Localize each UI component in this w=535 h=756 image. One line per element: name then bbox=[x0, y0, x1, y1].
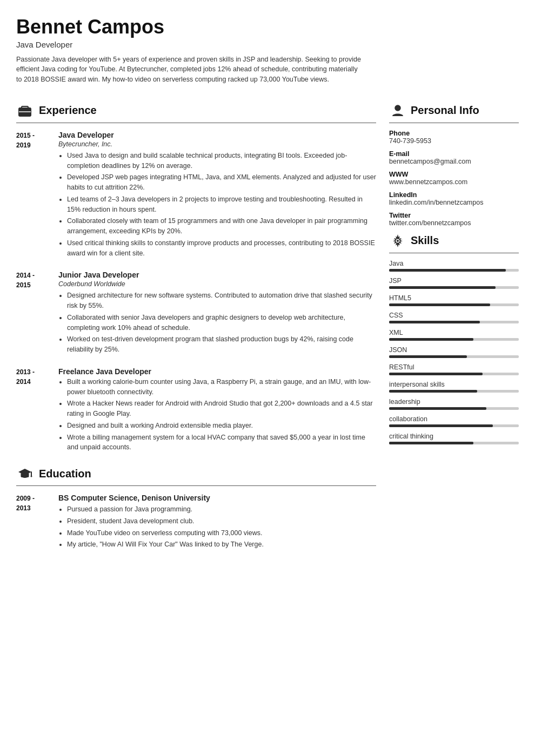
candidate-title: Java Developer bbox=[16, 40, 519, 49]
edu-bullets: Pursued a passion for Java programming.P… bbox=[58, 504, 264, 550]
skill-bar-fill bbox=[389, 407, 486, 410]
edu-title: BS Computer Science, Denison University bbox=[58, 494, 264, 502]
info-item: LinkedIn linkedin.com/in/bennetzcampos bbox=[389, 191, 519, 206]
skill-bar-background bbox=[389, 321, 519, 323]
edu-date: 2009 -2013 bbox=[16, 494, 50, 551]
skill-bar-fill bbox=[389, 390, 477, 393]
personal-info-section-header: Personal Info bbox=[389, 102, 519, 123]
skill-bar-background bbox=[389, 407, 519, 410]
skill-item: critical thinking bbox=[389, 433, 519, 444]
info-label: Phone bbox=[389, 130, 519, 137]
skill-item: HTML5 bbox=[389, 294, 519, 306]
skill-bar-background bbox=[389, 286, 519, 289]
bullet: Designed and built a working Android ext… bbox=[67, 421, 376, 431]
bullet: Led teams of 2–3 Java developers in 2 pr… bbox=[67, 194, 376, 215]
skill-name: JSP bbox=[389, 277, 519, 285]
info-value: bennetcampos@gmail.com bbox=[389, 158, 519, 165]
skill-bar-background bbox=[389, 424, 519, 427]
bullet: Collaborated with senior Java developers… bbox=[67, 313, 376, 333]
bullet: Developed JSP web pages integrating HTML… bbox=[67, 172, 376, 193]
info-value: 740-739-5953 bbox=[389, 137, 519, 145]
svg-point-11 bbox=[397, 240, 399, 242]
info-item: E-mail bennetcampos@gmail.com bbox=[389, 150, 519, 165]
exp-bullets: Built a working calorie-burn counter usi… bbox=[58, 377, 376, 453]
info-item: Phone 740-739-5953 bbox=[389, 130, 519, 145]
experience-list: 2015 -2019 Java Developer Bytecruncher, … bbox=[16, 131, 376, 454]
info-label: E-mail bbox=[389, 150, 519, 158]
skill-name: interpersonal skills bbox=[389, 381, 519, 388]
experience-icon bbox=[16, 102, 34, 119]
experience-item: 2014 -2015 Junior Java Developer Coderbu… bbox=[16, 271, 376, 356]
info-item: Twitter twitter.com/bennetzcampos bbox=[389, 212, 519, 227]
skill-item: CSS bbox=[389, 312, 519, 323]
skill-bar-fill bbox=[389, 303, 490, 306]
info-value: linkedin.com/in/bennetzcampos bbox=[389, 199, 519, 206]
skill-bar-background bbox=[389, 355, 519, 358]
exp-content: Java Developer Bytecruncher, Inc. Used J… bbox=[58, 131, 376, 260]
skill-name: HTML5 bbox=[389, 294, 519, 302]
skill-bar-background bbox=[389, 442, 519, 444]
skill-item: leadership bbox=[389, 398, 519, 410]
skill-bar-fill bbox=[389, 373, 483, 375]
personal-info-list: Phone 740-739-5953 E-mail bennetcampos@g… bbox=[389, 130, 519, 227]
skills-heading: Skills bbox=[411, 234, 439, 247]
skill-item: collaboration bbox=[389, 415, 519, 427]
bullet: Collaborated closely with team of 15 pro… bbox=[67, 216, 376, 237]
edu-content: BS Computer Science, Denison University … bbox=[58, 494, 264, 551]
skill-item: RESTful bbox=[389, 363, 519, 375]
bullet: My article, "How AI Will Fix Your Car" W… bbox=[67, 539, 264, 550]
skills-list: Java JSP HTML5 CSS XML JSON bbox=[389, 260, 519, 444]
resume-page: Bennet Campos Java Developer Passionate … bbox=[0, 0, 535, 576]
bullet: Used Java to design and build scalable t… bbox=[67, 151, 376, 171]
skill-bar-fill bbox=[389, 338, 473, 341]
company: Coderbund Worldwide bbox=[58, 280, 376, 288]
skills-icon bbox=[389, 232, 406, 249]
skill-bar-background bbox=[389, 338, 519, 341]
skill-item: JSON bbox=[389, 346, 519, 358]
skill-name: Java bbox=[389, 260, 519, 267]
skill-bar-fill bbox=[389, 286, 496, 289]
exp-content: Freelance Java Developer Built a working… bbox=[58, 367, 376, 454]
info-label: Twitter bbox=[389, 212, 519, 219]
header: Bennet Campos Java Developer Passionate … bbox=[16, 16, 519, 85]
exp-bullets: Designed architecture for new software s… bbox=[58, 291, 376, 355]
skill-bar-fill bbox=[389, 269, 506, 272]
exp-content: Junior Java Developer Coderbund Worldwid… bbox=[58, 271, 376, 356]
exp-title: Junior Java Developer bbox=[58, 271, 376, 279]
exp-date: 2015 -2019 bbox=[16, 131, 50, 260]
bullet: President, student Java development club… bbox=[67, 516, 264, 526]
skill-name: RESTful bbox=[389, 363, 519, 371]
right-column: Personal Info Phone 740-739-5953 E-mail … bbox=[389, 98, 519, 560]
bullet: Used critical thinking skills to constan… bbox=[67, 238, 376, 259]
bullet: Wrote a billing management system for a … bbox=[67, 433, 376, 453]
exp-date: 2014 -2015 bbox=[16, 271, 50, 356]
skill-bar-fill bbox=[389, 355, 467, 358]
info-item: WWW www.bennetzcampos.com bbox=[389, 171, 519, 186]
exp-date: 2013 -2014 bbox=[16, 367, 50, 454]
bullet: Built a working calorie-burn counter usi… bbox=[67, 377, 376, 397]
skill-name: collaboration bbox=[389, 415, 519, 423]
education-list: 2009 -2013 BS Computer Science, Denison … bbox=[16, 494, 376, 551]
exp-bullets: Used Java to design and build scalable t… bbox=[58, 151, 376, 259]
education-section-header: Education bbox=[16, 465, 376, 486]
skill-bar-background bbox=[389, 303, 519, 306]
personal-info-icon bbox=[389, 102, 406, 119]
bullet: Pursued a passion for Java programming. bbox=[67, 504, 264, 515]
personal-info-heading: Personal Info bbox=[411, 104, 479, 117]
skill-name: CSS bbox=[389, 312, 519, 319]
info-label: WWW bbox=[389, 171, 519, 178]
education-icon bbox=[16, 465, 34, 482]
skill-bar-background bbox=[389, 390, 519, 393]
skill-bar-fill bbox=[389, 442, 473, 444]
bullet: Made YouTube video on serverless computi… bbox=[67, 528, 264, 538]
skill-bar-background bbox=[389, 269, 519, 272]
skill-item: interpersonal skills bbox=[389, 381, 519, 393]
experience-section-header: Experience bbox=[16, 102, 376, 123]
skill-bar-background bbox=[389, 373, 519, 375]
skill-item: JSP bbox=[389, 277, 519, 289]
skill-name: JSON bbox=[389, 346, 519, 354]
svg-point-6 bbox=[31, 476, 32, 477]
exp-title: Freelance Java Developer bbox=[58, 367, 376, 376]
info-label: LinkedIn bbox=[389, 191, 519, 199]
bullet: Wrote a Hacker News reader for Android w… bbox=[67, 399, 376, 419]
